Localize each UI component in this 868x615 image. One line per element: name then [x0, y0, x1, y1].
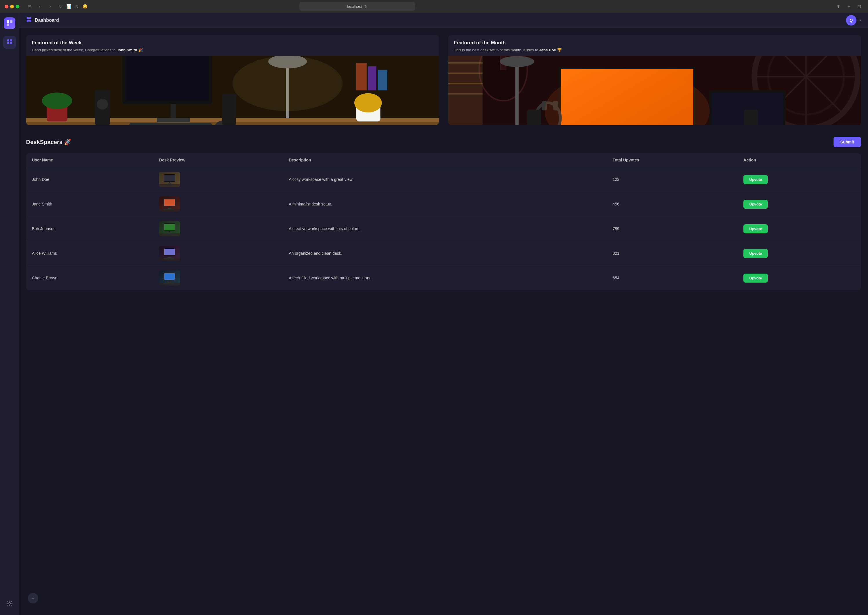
desk-thumbnail-4 [159, 246, 180, 261]
svg-rect-29 [378, 70, 387, 91]
featured-week-subtitle-before: Hand picked desk of the Week, Congratula… [32, 48, 117, 52]
table-section-header: DeskSpacers 🚀 Submit [26, 137, 861, 147]
top-bar-left: Dashboard [26, 17, 59, 24]
sidebar-item-settings[interactable] [3, 598, 16, 610]
featured-month-emoji: 🏆 [557, 48, 562, 52]
table-row: Jane Smith [26, 192, 861, 217]
svg-rect-116 [168, 282, 171, 283]
svg-rect-19 [157, 118, 190, 122]
cell-total-upvotes: 654 [607, 266, 738, 290]
svg-rect-92 [168, 208, 171, 209]
featured-week-title: Featured of the Week [32, 40, 433, 46]
cell-action: Upvote [738, 192, 861, 217]
col-action: Action [738, 153, 861, 167]
featured-week-card: Featured of the Week Hand picked desk of… [26, 35, 439, 125]
sidebar [0, 13, 19, 615]
cell-action: Upvote [738, 167, 861, 192]
svg-rect-6 [10, 42, 12, 44]
svg-point-35 [97, 99, 108, 110]
col-user-name: User Name [26, 153, 153, 167]
top-bar-right: Q ▾ [846, 15, 861, 25]
svg-point-74 [500, 56, 534, 67]
share-icon[interactable]: ⬆ [834, 2, 843, 11]
upvote-button-4[interactable]: Upvote [743, 249, 768, 258]
table-row: Bob Johnson [26, 217, 861, 241]
upvote-button-1[interactable]: Upvote [743, 175, 768, 184]
svg-rect-84 [168, 183, 171, 184]
svg-rect-106 [164, 249, 175, 255]
table-header-row: User Name Desk Preview Description Total… [26, 153, 861, 167]
cell-description: A creative workspace with lots of colors… [283, 217, 607, 241]
main-content: Dashboard Q ▾ Featured of the Week Hand … [19, 13, 868, 615]
sidebar-item-dashboard[interactable] [3, 36, 16, 49]
svg-rect-86 [164, 184, 174, 186]
table-row: John Doe [26, 167, 861, 192]
nav-forward-button[interactable]: → [28, 593, 38, 603]
back-button[interactable]: ‹ [36, 2, 44, 11]
cell-description: A cozy workspace with a great view. [283, 167, 607, 192]
svg-rect-5 [7, 42, 9, 44]
table-section-title: DeskSpacers 🚀 [26, 139, 71, 145]
svg-rect-28 [368, 66, 376, 91]
svg-rect-27 [356, 63, 367, 91]
top-bar: Dashboard Q ▾ [19, 13, 868, 28]
table-row: Charlie Brown [26, 266, 861, 290]
cell-desk-preview [153, 217, 283, 241]
maximize-button[interactable] [16, 5, 19, 8]
cell-desk-preview [153, 266, 283, 290]
featured-month-title: Featured of the Month [454, 40, 855, 46]
refresh-icon[interactable]: ↻ [364, 4, 367, 9]
minimize-button[interactable] [10, 5, 14, 8]
grid-icon [7, 39, 12, 46]
table-head: User Name Desk Preview Description Total… [26, 153, 861, 167]
cell-description: A tech-filled workspace with multiple mo… [283, 266, 607, 290]
desk-thumbnail-2 [159, 197, 180, 212]
featured-month-subtitle-before: This is the best desk setup of this mont… [454, 48, 539, 52]
svg-rect-7 [26, 17, 29, 19]
close-button[interactable] [5, 5, 8, 8]
svg-point-26 [42, 92, 72, 109]
featured-month-name: Jane Doe [539, 48, 556, 52]
svg-rect-1 [10, 20, 12, 23]
col-desk-preview: Desk Preview [153, 153, 283, 167]
svg-rect-36 [222, 94, 236, 125]
settings-icon [7, 601, 12, 608]
svg-rect-102 [164, 233, 174, 235]
shield-icon: 🛡 [58, 3, 64, 9]
upvote-button-3[interactable]: Upvote [743, 224, 768, 233]
featured-week-subtitle: Hand picked desk of the Week, Congratula… [32, 48, 433, 53]
cell-user-name: Alice Williams [26, 241, 153, 266]
cell-action: Upvote [738, 266, 861, 290]
svg-rect-82 [164, 175, 175, 181]
svg-rect-118 [164, 283, 174, 284]
cell-description: A minimalist desk setup. [283, 192, 607, 217]
cell-desk-preview [153, 241, 283, 266]
new-tab-icon[interactable]: ＋ [845, 2, 853, 11]
bar-chart-icon: 📊 [66, 3, 72, 9]
upvote-button-2[interactable]: Upvote [743, 200, 768, 209]
content-area[interactable]: Featured of the Week Hand picked desk of… [19, 28, 868, 615]
table-container: User Name Desk Preview Description Total… [26, 153, 861, 290]
submit-button[interactable]: Submit [834, 137, 861, 147]
cell-total-upvotes: 123 [607, 167, 738, 192]
svg-rect-22 [126, 56, 208, 101]
sidebar-toggle-icon[interactable]: ⊡ [855, 2, 863, 11]
featured-grid: Featured of the Week Hand picked desk of… [26, 35, 861, 125]
address-bar[interactable]: localhost ↻ [299, 2, 415, 11]
featured-week-header: Featured of the Week Hand picked desk of… [26, 35, 439, 56]
avatar-dropdown-arrow[interactable]: ▾ [859, 18, 861, 22]
desk-thumbnail-1 [159, 172, 180, 187]
svg-rect-4 [10, 39, 12, 41]
upvote-button-5[interactable]: Upvote [743, 273, 768, 283]
forward-button[interactable]: › [46, 2, 54, 11]
app-container: Dashboard Q ▾ Featured of the Week Hand … [0, 13, 868, 615]
tab-grid-icon[interactable]: ⊟ [25, 2, 33, 11]
cell-total-upvotes: 456 [607, 192, 738, 217]
cell-description: An organized and clean desk. [283, 241, 607, 266]
user-avatar[interactable]: Q [846, 15, 856, 25]
cell-user-name: Charlie Brown [26, 266, 153, 290]
svg-rect-76 [527, 110, 541, 125]
face-icon: 😊 [82, 3, 88, 9]
svg-rect-98 [164, 224, 175, 230]
table-row: Alice Williams [26, 241, 861, 266]
